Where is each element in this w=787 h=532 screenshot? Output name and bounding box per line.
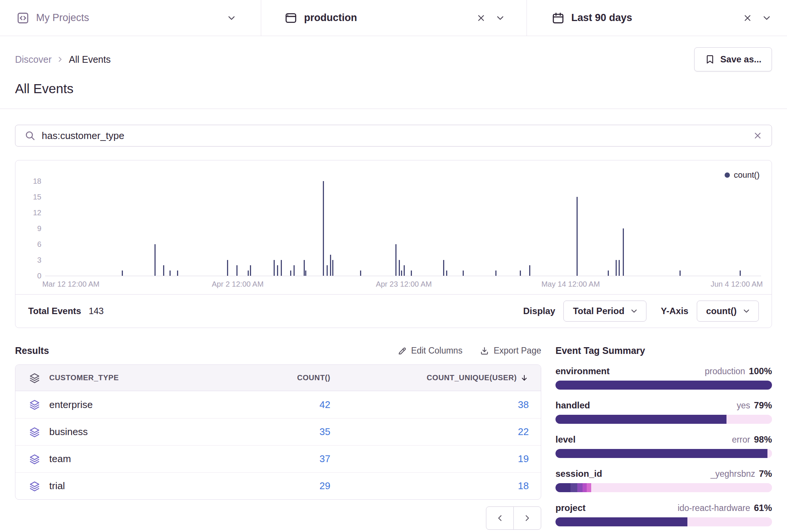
cell-count[interactable]: 35	[233, 426, 330, 438]
chart-x-axis: Mar 12 12:00 AMApr 2 12:00 AMApr 23 12:0…	[45, 276, 761, 294]
chart-bar	[330, 255, 331, 276]
column-header-count-unique[interactable]: COUNT_UNIQUE(USER)	[330, 373, 541, 382]
stack-icon[interactable]	[15, 426, 49, 438]
pencil-icon	[397, 346, 407, 356]
search-input[interactable]	[42, 130, 747, 142]
tag-top-value: ido-react-hardware	[678, 503, 750, 513]
chart-bar	[520, 271, 521, 276]
cell-count[interactable]: 29	[233, 480, 330, 492]
chart-bar	[360, 271, 361, 276]
chevron-down-icon[interactable]	[761, 13, 772, 23]
environment-selector[interactable]: production	[261, 0, 527, 36]
legend-dot	[725, 172, 730, 178]
bookmark-icon	[705, 54, 715, 65]
table-row: enterprise 42 38	[15, 391, 541, 418]
clear-search-icon[interactable]	[753, 131, 763, 141]
y-axis-tick-label: 3	[37, 256, 41, 264]
chart-bar	[443, 260, 444, 276]
chart-bar	[327, 265, 328, 276]
next-page-button[interactable]	[513, 506, 541, 530]
stack-icon[interactable]	[15, 372, 49, 384]
project-selector-label: My Projects	[36, 12, 89, 24]
column-header-customer-type[interactable]: CUSTOMER_TYPE	[49, 373, 233, 382]
chevron-right-icon	[56, 55, 64, 63]
table-header-row: CUSTOMER_TYPE COUNT() COUNT_UNIQUE(USER)	[15, 365, 541, 391]
stack-icon[interactable]	[15, 453, 49, 465]
column-header-count[interactable]: COUNT()	[233, 373, 330, 382]
chart-bar	[304, 260, 305, 276]
chevron-right-icon	[522, 513, 532, 523]
total-events-value: 143	[89, 306, 104, 316]
tag-bar-segment	[555, 381, 772, 390]
chart-bar	[177, 271, 178, 276]
y-axis-tick-label: 6	[37, 240, 41, 249]
cell-count-unique[interactable]: 19	[330, 453, 541, 465]
tag-top-percent: 7%	[759, 469, 772, 479]
chevron-down-icon[interactable]	[495, 13, 505, 23]
chevron-left-icon	[495, 513, 505, 523]
x-axis-tick-label: Apr 23 12:00 AM	[376, 280, 432, 289]
chart-bar	[411, 271, 412, 276]
export-page-label: Export Page	[493, 346, 541, 356]
tag-bar	[555, 381, 772, 390]
chart-bar	[395, 244, 397, 276]
chart-panel: count() 0369121518 Mar 12 12:00 AMApr 2 …	[15, 160, 772, 328]
tag-bar-segment	[767, 449, 772, 458]
tag-summary-heading: Event Tag Summary	[555, 345, 772, 356]
edit-columns-button[interactable]: Edit Columns	[397, 346, 463, 356]
chart-plot[interactable]	[45, 178, 761, 276]
tag-top-percent: 61%	[754, 503, 772, 513]
tag-summary-item: environment production 100%	[555, 366, 772, 390]
tag-summary: Event Tag Summary environment production…	[555, 345, 772, 532]
chart-bar	[290, 271, 291, 276]
x-axis-tick-label: Apr 2 12:00 AM	[212, 280, 264, 289]
cell-count-unique[interactable]: 38	[330, 399, 541, 411]
search-bar	[15, 125, 772, 147]
chart-bar	[305, 271, 306, 276]
chevron-down-icon	[742, 307, 751, 316]
cell-count[interactable]: 42	[233, 399, 330, 411]
chart-bar	[608, 271, 609, 276]
export-page-button[interactable]: Export Page	[480, 346, 541, 356]
cell-customer-type: trial	[49, 480, 233, 492]
tag-bar-segment	[555, 415, 726, 424]
total-events-label: Total Events	[28, 306, 81, 316]
chart-bar	[463, 271, 464, 276]
y-axis-tick-label: 9	[37, 224, 41, 233]
column-header-count-unique-label: COUNT_UNIQUE(USER)	[427, 373, 517, 382]
chart-y-axis: 0369121518	[15, 178, 45, 276]
tag-bar-segment	[726, 415, 772, 424]
cell-customer-type: enterprise	[49, 399, 233, 411]
save-as-button[interactable]: Save as...	[694, 47, 772, 71]
x-axis-tick-label: Mar 12 12:00 AM	[42, 280, 99, 289]
chart-bar	[619, 260, 620, 276]
chevron-down-icon[interactable]	[226, 13, 237, 23]
clear-daterange-icon[interactable]	[743, 13, 752, 23]
chart-bar	[401, 271, 402, 276]
topbar: My Projects production Last 90 days	[0, 0, 787, 36]
breadcrumb-discover[interactable]: Discover	[15, 54, 51, 65]
project-selector[interactable]: My Projects	[0, 0, 261, 36]
section-divider	[0, 109, 787, 109]
x-axis-tick-label: May 14 12:00 AM	[541, 280, 600, 289]
breadcrumb: Discover All Events	[15, 54, 110, 65]
tag-summary-item: level error 98%	[555, 434, 772, 458]
chart-bar	[154, 244, 156, 276]
tag-bar	[555, 517, 772, 526]
chart-bar	[323, 181, 324, 276]
stack-icon[interactable]	[15, 481, 49, 492]
yaxis-select[interactable]: count()	[697, 301, 759, 322]
display-select-value: Total Period	[573, 306, 624, 316]
tag-top-value: _yeghrsbnz	[710, 469, 755, 479]
display-select[interactable]: Total Period	[563, 301, 646, 322]
daterange-selector[interactable]: Last 90 days	[527, 0, 787, 36]
previous-page-button[interactable]	[486, 506, 514, 530]
cell-count[interactable]: 37	[233, 453, 330, 465]
tag-bar	[555, 449, 772, 458]
cell-count-unique[interactable]: 18	[330, 480, 541, 492]
chart-bar	[577, 197, 578, 276]
search-icon	[24, 130, 36, 141]
cell-count-unique[interactable]: 22	[330, 426, 541, 438]
stack-icon[interactable]	[15, 399, 49, 410]
clear-environment-icon[interactable]	[476, 13, 486, 23]
